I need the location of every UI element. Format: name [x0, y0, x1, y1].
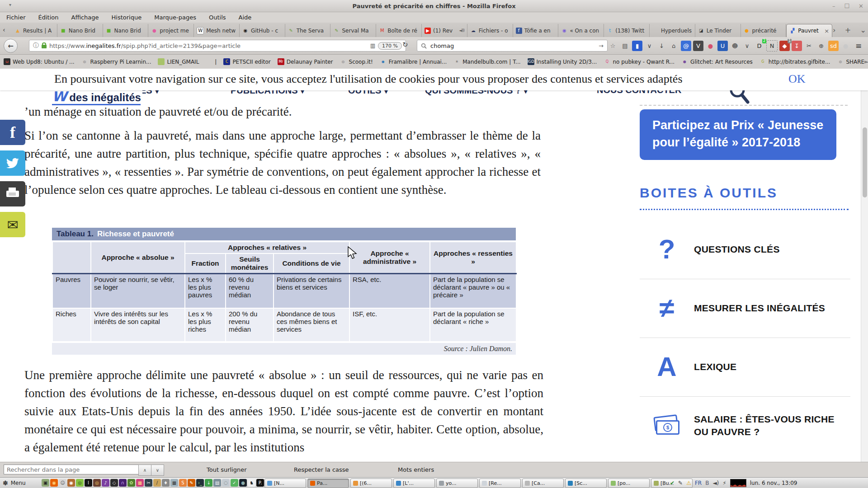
tab-close-icon[interactable]: × — [824, 28, 829, 34]
save-session-icon[interactable]: ▮ — [632, 41, 642, 51]
sidebar-item-questions-cles[interactable]: ? QUESTIONS CLÉS — [640, 220, 850, 279]
taskbar-window-button[interactable]: yo... — [436, 479, 478, 488]
profile-icon[interactable]: ☻ — [730, 41, 740, 51]
taskbar-clock[interactable]: lun. 6 nov., 13:09 — [750, 480, 797, 486]
scrollbar-thumb[interactable] — [863, 127, 867, 197]
pocket-dots-icon[interactable]: ● — [705, 41, 716, 51]
tray-shield-check-icon[interactable]: ✔ — [670, 480, 675, 486]
launcher-grapes-icon[interactable]: ✿ — [127, 479, 135, 487]
taskbar-window-button[interactable]: [(6... — [350, 479, 392, 488]
sidebar-item-salaire[interactable]: $ SALAIRE : ÊTES-VOUS RICHE OU PAUVRE ? — [640, 396, 850, 455]
sidebar-item-mesurer-les-inegalites[interactable]: ≠ MESURER LES INÉGALITÉS — [640, 279, 850, 338]
launcher-headphones-icon[interactable]: ∩ — [119, 479, 127, 487]
chevron-down-icon[interactable]: ∨ — [644, 41, 655, 51]
launcher-cabinet-icon[interactable]: ▤ — [213, 479, 221, 487]
bookmark-item[interactable]: ✳ Mandelbulb.com | T... — [453, 58, 520, 65]
bookmarks-overflow-icon[interactable]: » — [864, 59, 867, 65]
bookmark-item[interactable]: G http://bitrates.gifbite... — [760, 58, 830, 65]
match-case-button[interactable]: Respecter la casse — [294, 466, 349, 473]
launcher-screwdriver-icon[interactable]: / — [153, 479, 161, 487]
bookmark-item[interactable]: IGD Installing Unity 2D/3... — [528, 58, 597, 65]
launcher-disc-icon[interactable]: ◌ — [222, 479, 230, 487]
launcher-mic-icon[interactable]: ♦ — [162, 479, 170, 487]
v-shield-icon[interactable]: V — [693, 41, 703, 51]
menu-hamburger-icon[interactable]: ≡ — [853, 40, 864, 51]
bookmark-item[interactable]: ◍ Scoop.it! — [340, 58, 373, 65]
tray-keyboard-layout[interactable]: FR — [695, 480, 702, 486]
new-tab-button[interactable]: + — [845, 26, 851, 34]
chevron-down-icon[interactable]: ∨ — [742, 41, 752, 51]
find-input[interactable] — [4, 465, 141, 474]
promo-banner[interactable]: Participez au Prix « Jeunesse pour l’éga… — [640, 109, 836, 160]
network-monitor-icon[interactable] — [730, 479, 746, 487]
taskbar-window-button[interactable]: [Ca... — [522, 479, 564, 488]
tab-scroll-left-icon[interactable]: ‹ — [3, 26, 5, 33]
screengrab-icon[interactable]: N — [766, 40, 778, 52]
highlight-all-button[interactable]: Tout surligner — [207, 466, 247, 473]
launcher-sphere-icon[interactable]: ● — [239, 479, 247, 487]
share-email-button[interactable]: ✉ — [0, 212, 25, 237]
browser-tab[interactable]: ◉ « On a con ◄))) × — [558, 24, 604, 37]
downloads-arrow-icon[interactable]: ↓ — [656, 41, 667, 51]
search-go-icon[interactable]: → — [599, 42, 604, 49]
tray-volume-icon[interactable]: ◄) — [712, 480, 719, 486]
browser-tab[interactable]: ● project me ◄))) × — [148, 24, 194, 37]
browser-tab[interactable]: f Töfie a en ◄))) × — [513, 24, 559, 37]
browser-tab[interactable]: Hyperduels ◄))) × — [650, 24, 695, 37]
u-shield-icon[interactable]: U — [717, 41, 728, 51]
bookmark-item[interactable]: LIEN_GMAIL — [158, 58, 199, 65]
back-button[interactable]: ← — [4, 39, 18, 53]
launcher-i-dark-icon[interactable]: I — [85, 479, 92, 487]
bookmark-star-icon[interactable]: ☆ — [608, 41, 618, 51]
bookmark-item[interactable]: | — [206, 58, 217, 65]
launcher-calculator-icon[interactable]: ▦ — [170, 479, 178, 487]
bookmark-item[interactable]: C PETSCII editor — [223, 58, 270, 65]
https-lock-icon[interactable] — [42, 45, 47, 48]
browser-tab[interactable]: M Boîte de ré ◄))) × — [376, 24, 422, 37]
tray-handle-icon[interactable]: ⋮ — [661, 480, 666, 486]
browser-tab[interactable]: ◪ Le Tinder ◄))) × — [695, 24, 741, 37]
browser-tab[interactable]: t (138) Twitt ◄))) × — [604, 24, 650, 37]
url-bar[interactable]: ⓘ https://www.inegalites.fr/spip.php?id_… — [29, 40, 406, 52]
find-previous-button[interactable]: ∧ — [138, 465, 151, 476]
browser-tab[interactable]: ◉ GitHub - c ◄))) × — [240, 24, 285, 37]
tray-pen-icon[interactable]: ✎ — [678, 480, 683, 486]
reader-mode-icon[interactable]: ▥ — [370, 42, 375, 49]
browser-tab[interactable]: ✎ Serval Ma ◄))) × — [330, 24, 376, 37]
taskbar-window-button[interactable]: Pa... — [307, 479, 349, 488]
browser-tab[interactable]: ■ Nano Brid ◄))) × — [103, 24, 149, 37]
scissors-icon[interactable]: ✂ — [804, 41, 814, 51]
applications-menu-button[interactable]: ✽ Menu — [3, 478, 26, 488]
bookmark-item[interactable]: ● Glitchet: Art Resources — [681, 58, 753, 65]
scoopit-icon[interactable]: @ — [681, 41, 691, 51]
adblock-shield-icon[interactable]: ◆1 — [779, 41, 790, 51]
launcher-terminal-icon[interactable]: ▣ — [42, 479, 49, 487]
tray-display-warning-icon[interactable]: ⚠ — [686, 480, 691, 486]
window-control-button[interactable]: ☐ — [844, 3, 849, 9]
menu-item[interactable]: Édition — [38, 14, 59, 21]
launcher-film-icon[interactable]: ✂ — [145, 479, 152, 487]
taskbar-window-button[interactable]: [Sc... — [565, 479, 607, 488]
browser-tab[interactable]: ✎ The Serva ◄))) × — [285, 24, 331, 37]
launcher-unity-icon[interactable]: ◇ — [110, 479, 118, 487]
clipboard-icon[interactable]: ▤ — [620, 41, 630, 51]
tray-bluetooth-icon[interactable]: B — [705, 480, 709, 486]
menu-item[interactable]: Aide — [239, 14, 252, 21]
cookie-ok-button[interactable]: OK — [788, 72, 806, 86]
share-twitter-button[interactable] — [0, 150, 25, 176]
browser-tab[interactable]: W Mesh netw ◄))) × — [194, 24, 240, 37]
window-control-button[interactable]: ✕ — [859, 3, 863, 9]
launcher-terminal-dark-icon[interactable]: ›_ — [196, 479, 204, 487]
launcher-spiral-icon[interactable]: ◎ — [76, 479, 84, 487]
launcher-sublime-icon[interactable]: S — [179, 479, 187, 487]
search-bar[interactable]: → — [417, 40, 608, 52]
search-input[interactable] — [429, 42, 596, 50]
home-icon[interactable]: ⌂ — [669, 41, 679, 51]
reload-button[interactable]: ↻ — [402, 41, 408, 49]
launcher-photos-icon[interactable]: ▦ — [136, 479, 144, 487]
launcher-clock-check-icon[interactable]: ✓ — [231, 479, 238, 487]
launcher-music-icon[interactable]: ♪ — [102, 479, 109, 487]
site-logo[interactable]: W des inégalités — [52, 89, 142, 107]
page-info-icon[interactable]: ⓘ — [33, 42, 39, 50]
tray-power-icon[interactable]: ⚡ — [722, 480, 726, 486]
